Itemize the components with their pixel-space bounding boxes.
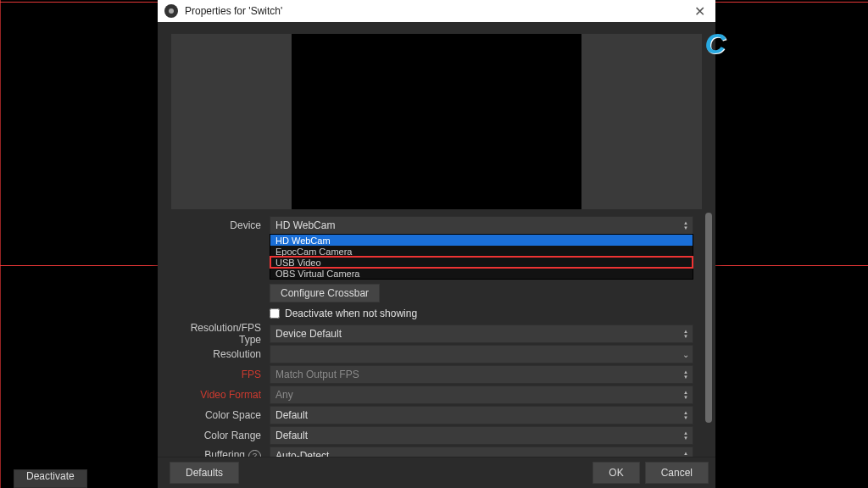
device-option[interactable]: OBS Virtual Camera	[270, 268, 693, 279]
defaults-button[interactable]: Defaults	[170, 462, 239, 484]
res-fps-type-select[interactable]: Device Default ▲▼	[270, 324, 693, 343]
label-device: Device	[166, 219, 270, 231]
preview-pad-right	[581, 34, 702, 209]
ok-button[interactable]: OK	[593, 462, 639, 484]
close-icon[interactable]: ✕	[691, 3, 709, 19]
device-option[interactable]: EpocCam Camera	[270, 246, 693, 257]
checkbox-label: Deactivate when not showing	[285, 308, 417, 319]
label-fps: FPS	[166, 369, 270, 380]
checkbox-input[interactable]	[270, 308, 280, 319]
stepper-icon: ▲▼	[681, 407, 691, 424]
device-option[interactable]: HD WebCam	[270, 235, 693, 246]
deactivate-when-not-showing-checkbox[interactable]: Deactivate when not showing	[270, 308, 693, 319]
label-color-range: Color Range	[166, 430, 270, 441]
fps-select[interactable]: Match Output FPS ▲▼	[270, 365, 693, 384]
stepper-icon: ▲▼	[681, 447, 691, 457]
stepper-icon: ▲▼	[681, 325, 691, 342]
help-icon[interactable]: ?	[248, 450, 261, 457]
color-range-select[interactable]: Default ▲▼	[270, 426, 693, 445]
label-resolution: Resolution	[166, 348, 270, 360]
title-bar: Properties for 'Switch' ✕	[158, 0, 715, 22]
form-area: Device HD WebCam ▲▼ HD WebCam EpocCam Ca…	[158, 213, 715, 457]
stepper-icon: ▲▼	[681, 217, 691, 234]
resolution-select[interactable]: ⌄	[270, 345, 693, 363]
stepper-icon: ▲▼	[681, 386, 691, 403]
deactivate-button[interactable]: Deactivate	[14, 469, 87, 488]
label-res-fps-type: Resolution/FPS Type	[166, 322, 270, 346]
color-space-select[interactable]: Default ▲▼	[270, 406, 693, 424]
dialog-footer: Defaults OK Cancel	[158, 457, 715, 488]
video-format-select[interactable]: Any ▲▼	[270, 385, 693, 404]
preview-area: C	[158, 22, 715, 213]
video-preview	[292, 34, 581, 209]
obs-icon	[164, 4, 178, 18]
vertical-scrollbar[interactable]	[705, 213, 712, 457]
label-color-space: Color Space	[166, 409, 270, 421]
main-window-controls: Deactivate	[0, 469, 87, 488]
device-option-usb-video[interactable]: USB Video	[270, 257, 693, 268]
chevron-down-icon: ⌄	[682, 350, 689, 359]
device-options-list: HD WebCam EpocCam Camera USB Video OBS V…	[270, 234, 693, 280]
preview-pad-left	[171, 34, 292, 209]
dialog-title: Properties for 'Switch'	[185, 5, 282, 17]
configure-crossbar-button[interactable]: Configure Crossbar	[270, 284, 380, 302]
buffering-select[interactable]: Auto-Detect ▲▼	[270, 446, 693, 457]
device-selected-value: HD WebCam	[275, 219, 335, 231]
cancel-button[interactable]: Cancel	[645, 462, 709, 484]
scrollbar-thumb[interactable]	[705, 213, 712, 423]
label-buffering: Buffering?	[166, 449, 270, 457]
properties-dialog: Properties for 'Switch' ✕ C Device HD We…	[158, 0, 715, 488]
stepper-icon: ▲▼	[681, 366, 691, 383]
stepper-icon: ▲▼	[681, 427, 691, 444]
watermark-logo: C	[704, 27, 726, 60]
device-select[interactable]: HD WebCam ▲▼	[270, 216, 693, 235]
label-video-format: Video Format	[166, 389, 270, 401]
row-device: Device HD WebCam ▲▼ HD WebCam EpocCam Ca…	[166, 216, 693, 235]
